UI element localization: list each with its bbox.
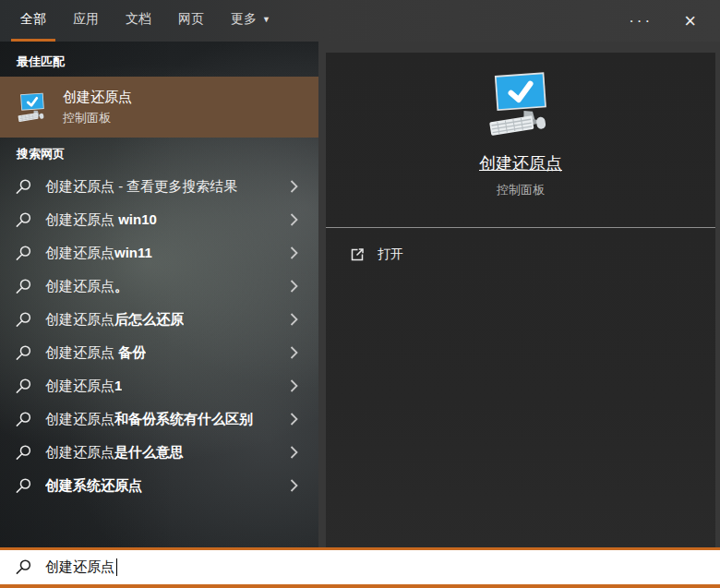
search-icon xyxy=(15,558,32,576)
more-options-button[interactable]: ··· xyxy=(619,8,662,34)
web-suggestion-1[interactable]: 创建还原点 - 查看更多搜索结果 xyxy=(0,170,318,203)
results-pane: 最佳匹配 xyxy=(0,42,318,547)
tab-all[interactable]: 全部 xyxy=(11,0,55,42)
search-icon xyxy=(15,311,32,329)
search-bar[interactable]: 创建还原点 xyxy=(0,547,720,588)
suggestion-text: 创建还原点1 xyxy=(45,378,122,395)
suggestion-text: 创建还原点和备份系统有什么区别 xyxy=(45,411,253,428)
web-suggestion-2[interactable]: 创建还原点 win10 xyxy=(0,203,318,236)
divider xyxy=(326,227,715,228)
suggestion-text: 创建还原点 备份 xyxy=(45,344,146,362)
search-icon xyxy=(15,278,32,295)
best-match-result[interactable]: 创建还原点 控制面板 xyxy=(0,77,318,138)
tab-web-label: 网页 xyxy=(178,11,204,28)
search-icon xyxy=(15,178,32,196)
chevron-right-icon xyxy=(290,379,298,392)
open-external-icon xyxy=(349,246,366,263)
preview-pane: 创建还原点 控制面板 打开 xyxy=(318,42,720,547)
computer-check-icon xyxy=(15,91,50,124)
web-suggestion-8[interactable]: 创建还原点和备份系统有什么区别 xyxy=(0,402,318,436)
search-icon xyxy=(15,378,32,395)
best-match-title: 创建还原点 xyxy=(63,89,132,106)
suggestion-text: 创建还原点win11 xyxy=(45,245,152,262)
computer-check-icon xyxy=(482,69,559,139)
preview-title[interactable]: 创建还原点 xyxy=(479,152,562,174)
suggestion-text: 创建还原点 win10 xyxy=(45,211,157,229)
search-results-body: 最佳匹配 xyxy=(0,42,720,547)
windows-search-flyout: 全部 应用 文档 网页 更多 ▼ ··· × 最佳匹配 xyxy=(0,0,720,588)
suggestion-text: 创建还原点。 xyxy=(45,278,128,295)
open-action[interactable]: 打开 xyxy=(326,239,715,270)
text-cursor xyxy=(116,558,117,576)
tab-more-label: 更多 xyxy=(231,11,257,28)
tab-apps-label: 应用 xyxy=(73,11,99,28)
chevron-right-icon xyxy=(290,479,298,492)
search-icon xyxy=(15,411,32,428)
web-suggestion-5[interactable]: 创建还原点后怎么还原 xyxy=(0,303,318,336)
search-filter-tabbar: 全部 应用 文档 网页 更多 ▼ ··· × xyxy=(0,0,720,42)
chevron-right-icon xyxy=(290,213,298,226)
web-suggestion-4[interactable]: 创建还原点。 xyxy=(0,270,318,303)
preview-card: 创建还原点 控制面板 打开 xyxy=(326,53,715,547)
chevron-right-icon xyxy=(290,313,298,326)
tab-more[interactable]: 更多 ▼ xyxy=(222,0,280,42)
chevron-right-icon xyxy=(290,246,298,259)
tab-apps[interactable]: 应用 xyxy=(64,0,108,42)
suggestion-text: 创建还原点 - 查看更多搜索结果 xyxy=(45,178,237,196)
chevron-down-icon: ▼ xyxy=(262,15,270,24)
web-search-header: 搜索网页 xyxy=(0,138,318,170)
search-icon xyxy=(15,211,32,229)
web-suggestion-9[interactable]: 创建还原点是什么意思 xyxy=(0,436,318,469)
preview-subtitle: 控制面板 xyxy=(497,182,545,198)
search-icon xyxy=(15,344,32,362)
window-controls: ··· × xyxy=(619,0,720,42)
close-button[interactable]: × xyxy=(675,9,705,33)
web-suggestion-10[interactable]: 创建系统还原点 xyxy=(0,469,318,502)
tab-documents[interactable]: 文档 xyxy=(116,0,161,42)
search-icon xyxy=(15,444,32,462)
tab-all-label: 全部 xyxy=(20,11,46,28)
suggestion-text: 创建还原点是什么意思 xyxy=(45,444,184,462)
search-icon xyxy=(15,477,32,495)
best-match-text: 创建还原点 控制面板 xyxy=(63,89,132,126)
suggestion-text: 创建系统还原点 xyxy=(45,477,142,495)
suggestion-text: 创建还原点后怎么还原 xyxy=(45,311,184,329)
chevron-right-icon xyxy=(290,446,298,459)
chevron-right-icon xyxy=(290,413,298,426)
chevron-right-icon xyxy=(290,346,298,359)
web-suggestion-7[interactable]: 创建还原点1 xyxy=(0,369,318,402)
tab-list: 全部 应用 文档 网页 更多 ▼ xyxy=(0,0,288,42)
tab-web[interactable]: 网页 xyxy=(169,0,213,42)
search-icon xyxy=(15,245,32,262)
best-match-subtitle: 控制面板 xyxy=(63,110,132,126)
chevron-right-icon xyxy=(290,280,298,293)
web-suggestion-6[interactable]: 创建还原点 备份 xyxy=(0,336,318,369)
best-match-header: 最佳匹配 xyxy=(0,42,318,77)
web-suggestion-3[interactable]: 创建还原点win11 xyxy=(0,236,318,270)
search-input[interactable]: 创建还原点 xyxy=(45,558,114,576)
open-action-label: 打开 xyxy=(378,246,403,263)
chevron-right-icon xyxy=(290,180,298,193)
tab-documents-label: 文档 xyxy=(126,11,151,28)
